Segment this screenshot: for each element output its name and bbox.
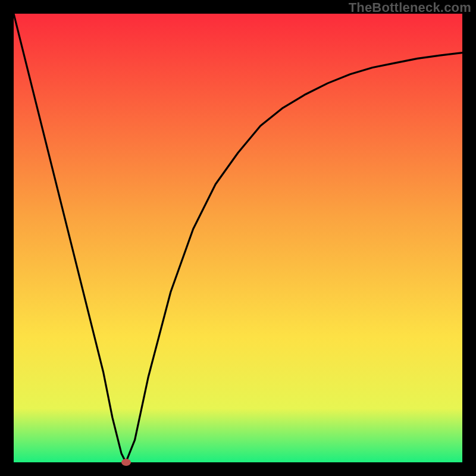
chart-svg bbox=[14, 14, 462, 462]
marker-dot bbox=[121, 459, 131, 466]
plot-area bbox=[14, 14, 462, 462]
gradient-background bbox=[14, 14, 462, 462]
chart-frame: TheBottleneck.com bbox=[0, 0, 476, 476]
